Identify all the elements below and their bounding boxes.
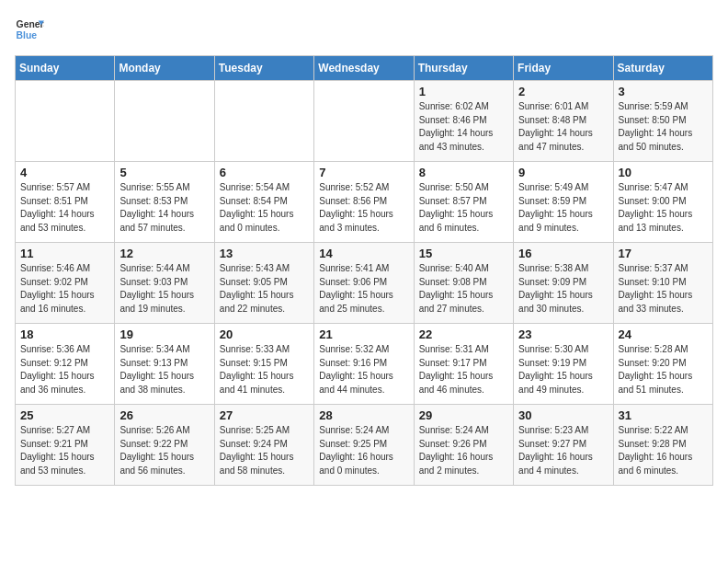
day-number: 18 bbox=[20, 327, 109, 341]
day-number: 10 bbox=[619, 166, 708, 179]
calendar-cell: 4Sunrise: 5:57 AM Sunset: 8:51 PM Daylig… bbox=[16, 162, 115, 243]
calendar-week-row: 4Sunrise: 5:57 AM Sunset: 8:51 PM Daylig… bbox=[16, 162, 713, 243]
day-info: Sunrise: 5:59 AM Sunset: 8:50 PM Dayligh… bbox=[619, 100, 708, 154]
day-info: Sunrise: 5:52 AM Sunset: 8:56 PM Dayligh… bbox=[319, 181, 408, 235]
calendar-cell: 20Sunrise: 5:33 AM Sunset: 9:15 PM Dayli… bbox=[214, 324, 313, 405]
weekday-header-wednesday: Wednesday bbox=[314, 56, 414, 81]
day-info: Sunrise: 5:24 AM Sunset: 9:26 PM Dayligh… bbox=[419, 424, 508, 477]
day-info: Sunrise: 5:25 AM Sunset: 9:24 PM Dayligh… bbox=[220, 424, 309, 477]
weekday-header-thursday: Thursday bbox=[414, 56, 513, 81]
calendar-cell: 31Sunrise: 5:22 AM Sunset: 9:28 PM Dayli… bbox=[613, 405, 712, 486]
calendar-cell: 23Sunrise: 5:30 AM Sunset: 9:19 PM Dayli… bbox=[514, 324, 613, 405]
day-number: 25 bbox=[20, 408, 109, 422]
day-info: Sunrise: 5:44 AM Sunset: 9:03 PM Dayligh… bbox=[119, 262, 209, 316]
page-header: General Blue bbox=[15, 15, 713, 44]
weekday-header-monday: Monday bbox=[115, 56, 214, 81]
day-number: 19 bbox=[119, 327, 209, 341]
calendar-cell: 21Sunrise: 5:32 AM Sunset: 9:16 PM Dayli… bbox=[314, 324, 414, 405]
day-number: 21 bbox=[319, 327, 408, 341]
day-info: Sunrise: 5:50 AM Sunset: 8:57 PM Dayligh… bbox=[419, 181, 508, 235]
day-number: 30 bbox=[518, 408, 608, 422]
calendar-cell: 8Sunrise: 5:50 AM Sunset: 8:57 PM Daylig… bbox=[414, 162, 513, 243]
logo: General Blue bbox=[15, 15, 44, 44]
day-info: Sunrise: 6:01 AM Sunset: 8:48 PM Dayligh… bbox=[518, 100, 608, 154]
day-info: Sunrise: 5:36 AM Sunset: 9:12 PM Dayligh… bbox=[20, 343, 109, 396]
calendar-cell: 26Sunrise: 5:26 AM Sunset: 9:22 PM Dayli… bbox=[115, 405, 214, 486]
day-info: Sunrise: 5:55 AM Sunset: 8:53 PM Dayligh… bbox=[119, 181, 209, 235]
weekday-header-sunday: Sunday bbox=[16, 56, 115, 81]
weekday-header-row: SundayMondayTuesdayWednesdayThursdayFrid… bbox=[16, 56, 713, 81]
calendar-cell: 24Sunrise: 5:28 AM Sunset: 9:20 PM Dayli… bbox=[613, 324, 712, 405]
day-number: 14 bbox=[319, 247, 408, 260]
calendar-cell: 2Sunrise: 6:01 AM Sunset: 8:48 PM Daylig… bbox=[514, 81, 613, 162]
day-info: Sunrise: 5:31 AM Sunset: 9:17 PM Dayligh… bbox=[419, 343, 508, 396]
calendar-cell: 30Sunrise: 5:23 AM Sunset: 9:27 PM Dayli… bbox=[514, 405, 613, 486]
calendar-cell bbox=[214, 81, 313, 162]
calendar-cell: 10Sunrise: 5:47 AM Sunset: 9:00 PM Dayli… bbox=[613, 162, 712, 243]
day-number: 22 bbox=[419, 327, 508, 341]
day-info: Sunrise: 5:30 AM Sunset: 9:19 PM Dayligh… bbox=[518, 343, 608, 396]
day-info: Sunrise: 5:34 AM Sunset: 9:13 PM Dayligh… bbox=[119, 343, 209, 396]
day-number: 4 bbox=[20, 166, 109, 179]
calendar-week-row: 11Sunrise: 5:46 AM Sunset: 9:02 PM Dayli… bbox=[16, 243, 713, 324]
weekday-header-friday: Friday bbox=[514, 56, 613, 81]
calendar-cell: 18Sunrise: 5:36 AM Sunset: 9:12 PM Dayli… bbox=[16, 324, 115, 405]
calendar-week-row: 25Sunrise: 5:27 AM Sunset: 9:21 PM Dayli… bbox=[16, 405, 713, 486]
day-number: 12 bbox=[119, 247, 209, 260]
day-info: Sunrise: 5:28 AM Sunset: 9:20 PM Dayligh… bbox=[619, 343, 708, 396]
calendar-cell: 17Sunrise: 5:37 AM Sunset: 9:10 PM Dayli… bbox=[613, 243, 712, 324]
day-info: Sunrise: 5:22 AM Sunset: 9:28 PM Dayligh… bbox=[619, 424, 708, 477]
day-info: Sunrise: 5:26 AM Sunset: 9:22 PM Dayligh… bbox=[119, 424, 209, 477]
day-number: 6 bbox=[220, 166, 309, 179]
calendar-cell bbox=[314, 81, 414, 162]
day-info: Sunrise: 5:27 AM Sunset: 9:21 PM Dayligh… bbox=[20, 424, 109, 477]
day-info: Sunrise: 5:38 AM Sunset: 9:09 PM Dayligh… bbox=[518, 262, 608, 316]
calendar-cell: 14Sunrise: 5:41 AM Sunset: 9:06 PM Dayli… bbox=[314, 243, 414, 324]
svg-text:Blue: Blue bbox=[17, 30, 38, 40]
calendar-cell: 7Sunrise: 5:52 AM Sunset: 8:56 PM Daylig… bbox=[314, 162, 414, 243]
calendar-cell: 9Sunrise: 5:49 AM Sunset: 8:59 PM Daylig… bbox=[514, 162, 613, 243]
day-info: Sunrise: 5:32 AM Sunset: 9:16 PM Dayligh… bbox=[319, 343, 408, 396]
day-info: Sunrise: 6:02 AM Sunset: 8:46 PM Dayligh… bbox=[419, 100, 508, 154]
day-info: Sunrise: 5:37 AM Sunset: 9:10 PM Dayligh… bbox=[619, 262, 708, 316]
day-number: 26 bbox=[119, 408, 209, 422]
day-number: 15 bbox=[419, 247, 508, 260]
calendar-cell: 3Sunrise: 5:59 AM Sunset: 8:50 PM Daylig… bbox=[613, 81, 712, 162]
calendar-cell: 16Sunrise: 5:38 AM Sunset: 9:09 PM Dayli… bbox=[514, 243, 613, 324]
day-number: 8 bbox=[419, 166, 508, 179]
calendar-cell: 15Sunrise: 5:40 AM Sunset: 9:08 PM Dayli… bbox=[414, 243, 513, 324]
day-number: 1 bbox=[419, 85, 508, 98]
day-number: 28 bbox=[319, 408, 408, 422]
calendar-cell: 12Sunrise: 5:44 AM Sunset: 9:03 PM Dayli… bbox=[115, 243, 214, 324]
day-number: 17 bbox=[619, 247, 708, 260]
calendar-cell: 22Sunrise: 5:31 AM Sunset: 9:17 PM Dayli… bbox=[414, 324, 513, 405]
day-number: 16 bbox=[518, 247, 608, 260]
day-info: Sunrise: 5:57 AM Sunset: 8:51 PM Dayligh… bbox=[20, 181, 109, 235]
weekday-header-saturday: Saturday bbox=[613, 56, 712, 81]
weekday-header-tuesday: Tuesday bbox=[214, 56, 313, 81]
day-info: Sunrise: 5:43 AM Sunset: 9:05 PM Dayligh… bbox=[220, 262, 309, 316]
day-info: Sunrise: 5:24 AM Sunset: 9:25 PM Dayligh… bbox=[319, 424, 408, 477]
day-number: 13 bbox=[220, 247, 309, 260]
calendar-cell: 19Sunrise: 5:34 AM Sunset: 9:13 PM Dayli… bbox=[115, 324, 214, 405]
day-number: 11 bbox=[20, 247, 109, 260]
calendar-cell: 5Sunrise: 5:55 AM Sunset: 8:53 PM Daylig… bbox=[115, 162, 214, 243]
calendar-cell: 28Sunrise: 5:24 AM Sunset: 9:25 PM Dayli… bbox=[314, 405, 414, 486]
calendar-cell bbox=[115, 81, 214, 162]
day-number: 9 bbox=[518, 166, 608, 179]
day-number: 29 bbox=[419, 408, 508, 422]
day-number: 7 bbox=[319, 166, 408, 179]
calendar-cell: 25Sunrise: 5:27 AM Sunset: 9:21 PM Dayli… bbox=[16, 405, 115, 486]
day-info: Sunrise: 5:54 AM Sunset: 8:54 PM Dayligh… bbox=[220, 181, 309, 235]
day-number: 20 bbox=[220, 327, 309, 341]
calendar-cell: 6Sunrise: 5:54 AM Sunset: 8:54 PM Daylig… bbox=[214, 162, 313, 243]
calendar-table: SundayMondayTuesdayWednesdayThursdayFrid… bbox=[15, 55, 713, 486]
logo-icon: General Blue bbox=[15, 15, 44, 44]
day-number: 3 bbox=[619, 85, 708, 98]
day-number: 31 bbox=[619, 408, 708, 422]
calendar-cell: 29Sunrise: 5:24 AM Sunset: 9:26 PM Dayli… bbox=[414, 405, 513, 486]
calendar-cell: 1Sunrise: 6:02 AM Sunset: 8:46 PM Daylig… bbox=[414, 81, 513, 162]
day-number: 27 bbox=[220, 408, 309, 422]
calendar-week-row: 1Sunrise: 6:02 AM Sunset: 8:46 PM Daylig… bbox=[16, 81, 713, 162]
day-info: Sunrise: 5:40 AM Sunset: 9:08 PM Dayligh… bbox=[419, 262, 508, 316]
